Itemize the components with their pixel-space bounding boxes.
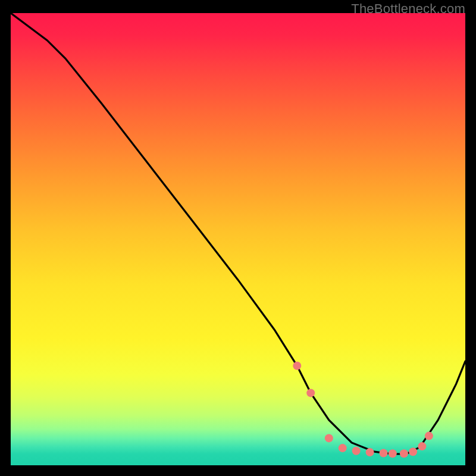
marker-dot — [325, 434, 333, 442]
plot-area — [11, 13, 465, 465]
marker-dot — [400, 449, 408, 458]
marker-dot — [380, 449, 388, 458]
marker-dot — [339, 444, 347, 452]
curve-path — [11, 13, 465, 454]
marker-dot — [352, 447, 361, 455]
marker-dot — [306, 389, 315, 397]
marker-dot — [425, 432, 433, 440]
marker-dot — [418, 442, 426, 450]
marker-dot — [366, 448, 374, 456]
chart-frame: TheBottleneck.com — [0, 0, 476, 476]
chart-svg — [11, 13, 465, 465]
marker-group — [293, 362, 433, 458]
marker-dot — [293, 362, 301, 370]
marker-dot — [389, 449, 397, 458]
marker-dot — [409, 447, 417, 456]
attribution-label: TheBottleneck.com — [351, 1, 465, 17]
